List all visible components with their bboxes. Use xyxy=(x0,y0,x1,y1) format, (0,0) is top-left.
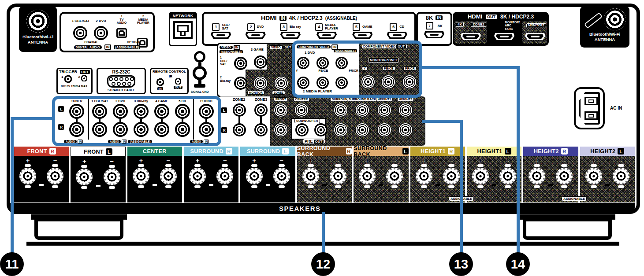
preout-channel-badge: CENTER xyxy=(294,97,310,101)
callout-14-line xyxy=(419,66,520,69)
plus-sign: + xyxy=(535,158,539,163)
digital-audio-group-label: DIGITAL AUDIO xyxy=(74,45,102,49)
signal-gnd-terminal-icon xyxy=(194,51,205,63)
remote-control-box: REMOTE CONTROL IR IN OUT xyxy=(150,68,189,94)
preout-jack xyxy=(233,103,246,117)
hdmi-port xyxy=(352,32,372,39)
optical-label: OPTICAL xyxy=(118,40,149,44)
coaxial-2-label: 2 DVD xyxy=(89,19,112,23)
binding-post xyxy=(359,168,376,184)
hdmi-8k-box: 8K IN 7 8K xyxy=(416,12,452,46)
binding-post-column: − xyxy=(104,158,120,189)
preout-channel-badge: FRONT xyxy=(274,97,288,101)
hdmi-out-monitor1-label: MONITOR1 ARC eARC xyxy=(505,21,521,30)
hdmi-in-port-cell: 4MEDIA PLAYER xyxy=(315,22,338,39)
binding-post-column: − xyxy=(556,158,573,188)
speaker-channel-badge: L xyxy=(618,148,624,155)
terminal-dash xyxy=(153,184,157,186)
minus-sign: − xyxy=(279,158,283,163)
preout-zone2-label: ZONE2 xyxy=(233,97,245,102)
binding-post xyxy=(499,168,516,184)
component-out-jack xyxy=(361,75,375,88)
component-in-jack xyxy=(335,77,348,89)
hdmi-port-7-label: 8K xyxy=(438,24,443,28)
video-out-zone2-badge: ZONE2 xyxy=(272,91,285,95)
plus-sign: + xyxy=(139,158,143,163)
hdmi-out-title: HDMI xyxy=(468,13,482,20)
speaker-terminal-pair: +− xyxy=(240,156,295,202)
speaker-section: HEIGHT2L+− xyxy=(580,147,635,202)
preout-jack xyxy=(334,103,347,117)
preout-jack xyxy=(295,123,309,136)
remote-ir-label: IR xyxy=(169,74,172,78)
remote-out-badge: OUT xyxy=(174,86,183,89)
component-out-signal-badge: Y xyxy=(362,66,368,70)
trigger-note: DC12V 150mA MAX. xyxy=(58,85,91,88)
component-in-badge: IN xyxy=(331,44,338,50)
hdmi-port-7-number: 7 xyxy=(426,22,433,29)
post-tab xyxy=(477,185,484,188)
callout-13: 13 xyxy=(449,252,473,276)
speaker-section-label: FRONTR xyxy=(14,147,69,156)
post-tab xyxy=(391,185,398,188)
terminal-dash xyxy=(548,184,553,186)
hdmi-in-spec: 4K / HDCP2.3 xyxy=(289,15,323,21)
optical-2-label: 2 MEDIA PLAYER xyxy=(134,15,153,25)
video-in-game-jack xyxy=(254,55,267,69)
remote-out-jack xyxy=(175,78,182,85)
trigger-out-badge: OUT xyxy=(80,70,90,74)
video-out-monitor-badge: MONITOR xyxy=(247,91,264,95)
video-in-group-label: VIDEO xyxy=(220,46,233,49)
hdmi-in-badge: IN xyxy=(279,16,287,21)
binding-post-column: + xyxy=(246,158,263,188)
binding-post-column: − xyxy=(613,158,629,188)
digital-audio-box: 1 CBL/SAT 2 DVD 1 TV AUDIO 2 MEDIA PLAYE… xyxy=(60,12,155,52)
binding-post-column: + xyxy=(76,158,93,189)
hdmi-port-number: 4 xyxy=(315,23,323,31)
hdmi-port xyxy=(280,32,301,39)
post-tab xyxy=(81,165,87,168)
speaker-channel-name: FRONT xyxy=(27,148,47,155)
speaker-section-label: SURROUNDL xyxy=(240,147,295,156)
hdmi-out-spec: 8K / HDCP2.3 xyxy=(500,14,534,20)
component-in-assignable-badge: (ASSIGNABLE) xyxy=(334,49,357,52)
speaker-channel-name: HEIGHT2 xyxy=(534,148,559,155)
binding-post xyxy=(443,168,460,184)
post-tab xyxy=(618,164,624,167)
component-video-box: COMPONENT VIDEO IN (ASSIGNABLE) 1 DVD YP… xyxy=(292,40,422,98)
pre-out-section: ZONE2 ZONE3 L R SUBWOOFER 1 2 FRONTCENTE… xyxy=(220,96,425,146)
post-tab xyxy=(591,185,597,188)
callout-11-line xyxy=(11,117,53,120)
preout-channel-badge: SURROUND BACK xyxy=(347,97,378,101)
hdmi-port-label-row: 6CD xyxy=(390,22,404,32)
speaker-terminal-pair: +− xyxy=(467,156,521,202)
post-tab xyxy=(561,185,567,188)
post-tab xyxy=(25,185,31,188)
trigger-jack-2 xyxy=(81,75,88,82)
post-tab xyxy=(81,186,87,189)
video-in-game-label: 3 GAME xyxy=(251,48,264,52)
terminal-dash xyxy=(605,184,610,186)
speaker-section-label: HEIGHT1L xyxy=(467,147,521,156)
post-tab xyxy=(52,185,58,188)
hdmi-8k-in-badge: IN xyxy=(436,15,443,20)
hdmi-port-label: MEDIA PLAYER xyxy=(325,23,338,30)
hdmi-out-monitor1-port xyxy=(494,33,514,40)
post-tab xyxy=(109,186,115,189)
plus-sign: + xyxy=(82,158,86,164)
chassis-foot-left xyxy=(34,218,123,240)
hdmi-in-port-cell: 2DVD xyxy=(246,22,266,39)
component-out-signal-badge: PB/CB xyxy=(382,66,395,70)
binding-post-column: + xyxy=(189,158,206,188)
speaker-section: HEIGHT2R+− xyxy=(523,147,578,202)
preout-out-badge: OUT xyxy=(314,140,324,144)
hdmi-in-port-cell: 1CBL/ SAT xyxy=(211,22,231,39)
hdmi-port-label: GAME xyxy=(362,25,372,29)
speaker-channel-badge: L xyxy=(282,148,289,155)
component-in-jack xyxy=(316,77,329,89)
component-out-jack xyxy=(403,75,416,88)
speaker-section: CENTER+− xyxy=(127,147,182,202)
signal-gnd-label: SIGNAL GND xyxy=(191,90,209,93)
post-tab xyxy=(618,185,624,188)
component-out-signal-badge: PR/CR xyxy=(403,66,417,70)
